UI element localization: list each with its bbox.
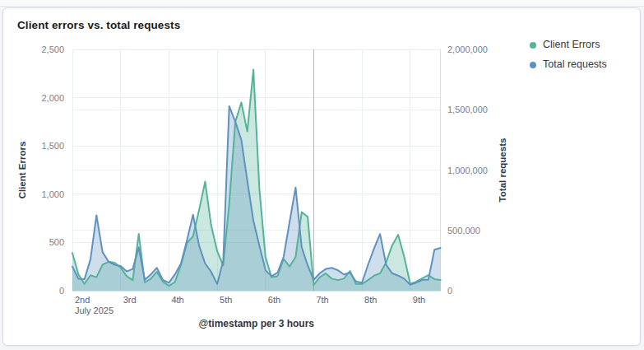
y-right-tick-label: 2,000,000 [447,44,488,54]
y-left-tick-label: 2,500 [41,44,64,54]
x-tick-label: 5th [220,295,232,305]
y-right-tick-label: 1,000,000 [447,166,488,175]
x-tick-label: 2nd [75,295,90,305]
legend-series-dot-icon [530,62,536,68]
legend-series-dot-icon [530,42,536,49]
legend-item-label: Total requests [543,58,607,71]
y-left-axis-title: Client Errors [17,142,27,199]
x-axis-title: @timestamp per 3 hours [199,318,315,329]
y-right-tick-label: 500,000 [447,226,480,236]
y-right-tick-label: 0 [447,286,452,296]
x-tick-label: 6th [268,295,280,305]
chart-plot-area[interactable] [72,49,441,291]
x-tick-label: 9th [413,295,425,305]
x-tick-label: 3rd [123,295,137,305]
chart-legend: Client ErrorsTotal requests [530,39,607,71]
y-left-tick-label: 500 [49,237,64,247]
y-right-axis-title: Total requests [498,138,507,203]
x-tick-label: 8th [364,295,377,305]
x-tick-context-label: July 2025 [75,306,114,315]
y-left-tick-label: 0 [59,286,64,296]
y-left-tick-label: 1,000 [41,189,64,199]
x-tick-label: 7th [316,295,328,305]
y-left-tick-label: 2,000 [41,93,64,103]
y-left-tick-label: 1,500 [41,141,64,151]
legend-item-client-errors[interactable]: Client Errors [530,39,607,51]
x-tick-label: 4th [171,295,183,305]
legend-item-total-requests[interactable]: Total requests [530,58,607,71]
y-right-tick-label: 1,500,000 [447,105,488,114]
legend-item-label: Client Errors [543,39,600,51]
